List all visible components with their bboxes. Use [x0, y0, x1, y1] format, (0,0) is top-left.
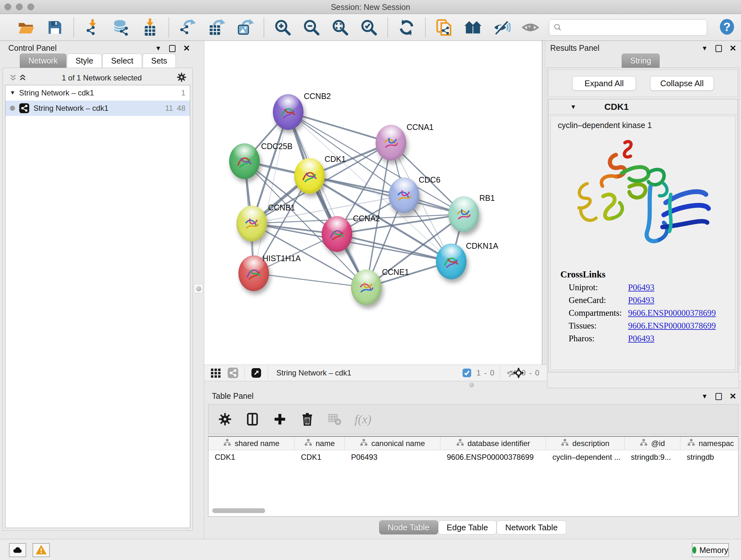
crosslink-label: Pharos:	[569, 334, 628, 344]
tab-node-table[interactable]: Node Table	[379, 520, 438, 535]
bottom-splitter-handle[interactable]	[469, 382, 474, 387]
collapse-all-icon[interactable]	[8, 73, 18, 83]
table-cell[interactable]: CDK1	[208, 450, 294, 465]
edge-CCNE1-HIST1H1A[interactable]	[254, 273, 366, 287]
column-header-namespac[interactable]: namespac	[680, 437, 738, 450]
table-row[interactable]: CDK1CDK1P064939606.ENSP00000378699cyclin…	[208, 450, 738, 465]
zoom-out-icon[interactable]	[302, 18, 321, 37]
column-header-shared-name[interactable]: shared name	[208, 437, 294, 450]
export-image-icon[interactable]	[235, 18, 255, 37]
tab-sets[interactable]: Sets	[143, 54, 176, 68]
crosslink-link[interactable]: 9606.ENSP00000378699	[628, 321, 716, 331]
close-panel-icon[interactable]: ✕	[183, 44, 190, 53]
collapse-panel-icon[interactable]: ▼	[155, 45, 161, 52]
node-CCNB2[interactable]	[273, 94, 304, 130]
table-horizontal-scrollbar[interactable]	[212, 508, 265, 513]
node-CDK1[interactable]	[294, 158, 325, 194]
birds-eye-view-icon[interactable]	[512, 367, 525, 379]
column-header-description[interactable]: description	[546, 437, 624, 450]
crosslink-link[interactable]: P06493	[628, 295, 655, 305]
collapse-panel-icon[interactable]: ▼	[701, 45, 708, 52]
node-table[interactable]: shared namenamecanonical namedatabase id…	[208, 436, 738, 516]
tab-style[interactable]: Style	[67, 54, 102, 68]
network-canvas[interactable]: CDK1 CCNB1 CCNB2 CCNA1 CCNA2 CCNE1 CDC25…	[204, 41, 542, 365]
import-network-icon[interactable]	[83, 18, 102, 37]
network-view-icon[interactable]	[226, 367, 239, 379]
table-cell[interactable]: cyclin–dependent ...	[546, 450, 624, 465]
close-panel-icon[interactable]: ✕	[730, 44, 737, 53]
tab-select[interactable]: Select	[103, 54, 142, 68]
help-icon[interactable]: ?	[718, 18, 736, 37]
node-CDKN1A[interactable]	[436, 244, 467, 279]
open-in-window-icon[interactable]	[250, 367, 263, 379]
column-header-@id[interactable]: @id	[624, 437, 680, 450]
entry-header[interactable]: ▼ CDK1	[549, 99, 738, 115]
open-session-icon[interactable]	[17, 18, 36, 37]
expand-all-icon[interactable]	[18, 73, 27, 83]
float-panel-icon[interactable]	[716, 393, 722, 400]
collapse-all-button[interactable]: Collapse All	[650, 76, 714, 91]
zoom-in-icon[interactable]	[273, 18, 292, 37]
column-header-name[interactable]: name	[294, 437, 345, 450]
table-cell[interactable]: stringdb	[680, 450, 738, 465]
right-splitter[interactable]	[542, 41, 545, 388]
node-CCNB1[interactable]	[237, 206, 267, 241]
selected-checkbox-icon[interactable]	[461, 367, 473, 379]
network-row[interactable]: String Network – cdk1 11 48	[5, 101, 190, 116]
entry-expander-icon[interactable]: ▼	[570, 104, 576, 111]
network-collection-row[interactable]: ▼ String Network – cdk1 1	[5, 85, 190, 101]
float-panel-icon[interactable]	[716, 45, 722, 52]
network-from-selection-icon[interactable]	[434, 18, 454, 37]
node-CCNA1[interactable]	[376, 125, 406, 161]
zoom-fit-icon[interactable]	[331, 18, 350, 37]
table-settings-gear-icon[interactable]	[217, 412, 232, 427]
expand-all-button[interactable]: Expand All	[572, 76, 636, 91]
node-RB1[interactable]	[448, 196, 479, 232]
home-icon[interactable]	[463, 18, 482, 37]
node-CCNE1[interactable]	[351, 269, 382, 305]
left-splitter-toggle[interactable]	[194, 284, 203, 293]
hide-selected-icon[interactable]	[492, 18, 511, 37]
table-cell[interactable]: P06493	[345, 450, 441, 465]
collapse-panel-icon[interactable]: ▼	[701, 393, 708, 400]
save-session-icon[interactable]	[45, 18, 64, 37]
export-table-icon[interactable]	[207, 18, 226, 37]
edge-CCNB2-HIST1H1A[interactable]	[254, 112, 288, 273]
crosslink-link[interactable]: P06493	[628, 334, 655, 344]
import-database-icon[interactable]	[112, 18, 131, 37]
table-cell[interactable]: 9606.ENSP00000378699	[441, 450, 546, 465]
refresh-icon[interactable]	[397, 18, 416, 37]
close-panel-icon[interactable]: ✕	[730, 391, 737, 401]
column-type-icon	[223, 438, 231, 449]
import-table-icon[interactable]	[140, 18, 159, 37]
tab-network-table[interactable]: Network Table	[496, 520, 566, 535]
tab-edge-table[interactable]: Edge Table	[438, 520, 497, 535]
show-all-icon[interactable]	[521, 18, 540, 37]
tree-expander-icon[interactable]: ▼	[10, 90, 15, 96]
network-options-gear-icon[interactable]	[176, 72, 187, 84]
memory-button[interactable]: Memory	[692, 543, 729, 557]
warnings-button[interactable]	[32, 543, 50, 557]
export-network-icon[interactable]	[178, 18, 197, 37]
zoom-selected-icon[interactable]	[359, 18, 379, 37]
tab-string[interactable]: String	[622, 54, 660, 68]
tab-network[interactable]: Network	[20, 54, 66, 68]
edge-CCNB2-CCNA1[interactable]	[288, 112, 391, 143]
add-column-icon[interactable]	[272, 412, 287, 427]
float-panel-icon[interactable]	[169, 45, 176, 52]
table-cell[interactable]: stringdb:9...	[624, 450, 680, 465]
search-box[interactable]	[549, 19, 707, 36]
show-columns-icon[interactable]	[245, 412, 260, 427]
column-header-database-identifier[interactable]: database identifier	[441, 437, 546, 450]
column-header-canonical-name[interactable]: canonical name	[345, 437, 441, 450]
node-CDC25B[interactable]	[229, 143, 260, 179]
grid-view-icon[interactable]	[209, 367, 222, 379]
crosslink-link[interactable]: P06493	[628, 283, 655, 293]
cloud-status-button[interactable]	[9, 543, 26, 557]
search-input[interactable]	[565, 23, 703, 32]
delete-column-icon[interactable]	[300, 412, 315, 427]
table-cell[interactable]: CDK1	[294, 450, 345, 465]
node-CDC6[interactable]	[389, 178, 419, 213]
crosslink-link[interactable]: 9606.ENSP00000378699	[628, 308, 716, 318]
node-CCNA2[interactable]	[322, 216, 352, 252]
